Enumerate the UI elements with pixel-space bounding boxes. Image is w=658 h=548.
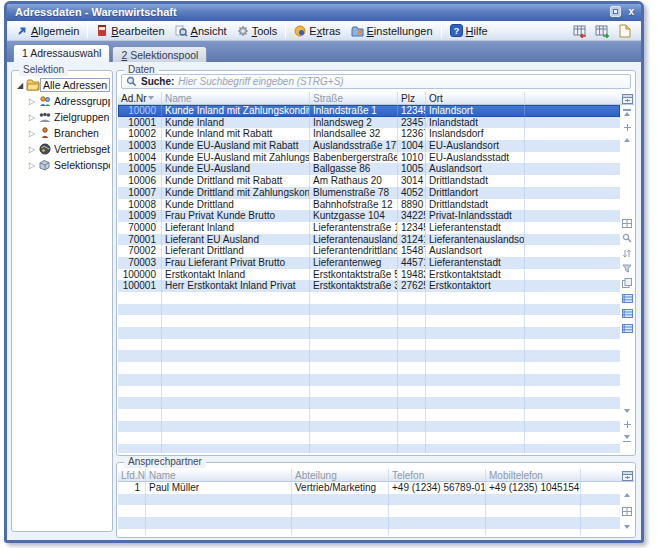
- scroll-down-icon[interactable]: [621, 521, 633, 533]
- empty-row: [118, 315, 620, 327]
- expand-icon[interactable]: ▷: [27, 145, 37, 154]
- table-import-icon[interactable]: [594, 22, 611, 39]
- table-row[interactable]: 10009Frau Privat Kunde BruttoKuntzgasse …: [118, 210, 620, 222]
- scroll-down-icon[interactable]: [621, 405, 633, 417]
- tab-1-adressauswahl[interactable]: 1 Adressauswahl: [13, 44, 110, 62]
- cell: 34225: [398, 210, 426, 222]
- table-row[interactable]: 10003Kunde EU-Ausland mit RabattAuslands…: [118, 140, 620, 152]
- menu-item-bearbeiten[interactable]: Bearbeiten: [91, 22, 169, 39]
- close-icon[interactable]: x: [626, 6, 636, 17]
- tree-item-alle-adressen[interactable]: ◢Alle Adressen: [15, 77, 110, 93]
- table-row[interactable]: 10000Kunde Inland mit Zahlungskondition …: [118, 105, 620, 117]
- expand-icon[interactable]: ▷: [27, 97, 37, 106]
- table-row[interactable]: 10001Kunde InlandInlandsweg 223457Inland…: [118, 117, 620, 129]
- cell: [426, 409, 525, 421]
- menu-item-allgemein[interactable]: Allgemein: [11, 23, 84, 39]
- tab-2-selektionspool[interactable]: 2 Selektionspool: [112, 46, 207, 62]
- table-row[interactable]: 1Paul MüllerVertrieb/Marketing+49 (1234)…: [118, 482, 620, 494]
- cell: [118, 409, 162, 421]
- insert-icon[interactable]: [621, 121, 633, 133]
- column-header-mobiltelefon[interactable]: Mobiltelefon: [486, 469, 581, 481]
- table-row[interactable]: 100000Erstkontakt InlandErstkontaktstraß…: [118, 269, 620, 281]
- cards-icon[interactable]: [621, 217, 633, 229]
- list-view-icon[interactable]: [621, 322, 633, 334]
- expand-icon[interactable]: ▷: [27, 129, 37, 138]
- tree-item-adressgruppen[interactable]: ▷Adressgruppen: [27, 93, 110, 109]
- search-input[interactable]: [178, 76, 626, 87]
- table-row[interactable]: 10002Kunde Inland mit RabattInlandsallee…: [118, 128, 620, 140]
- column-header-lfdnr[interactable]: Lfd.Nr.: [118, 469, 146, 481]
- cell: Auslandsstraße 17: [310, 140, 398, 152]
- expand-icon[interactable]: ▷: [27, 113, 37, 122]
- cell: [525, 128, 620, 140]
- column-header-ort[interactable]: Ort: [426, 92, 525, 104]
- table-row[interactable]: 70000Lieferant InlandLieferantenstraße 1…: [118, 222, 620, 234]
- column-header-telefon[interactable]: Telefon: [389, 469, 486, 481]
- column-header-name[interactable]: Name: [146, 469, 292, 481]
- table-row[interactable]: 100001Herr Erstkontakt Inland PrivatErst…: [118, 280, 620, 292]
- menu-item-ansicht[interactable]: Ansicht: [170, 23, 232, 39]
- cell: [426, 397, 525, 409]
- cell: [118, 304, 162, 316]
- cell: [486, 529, 581, 535]
- insert-icon[interactable]: [621, 418, 633, 430]
- search-bar[interactable]: Suche:: [121, 74, 631, 89]
- column-chooser-icon[interactable]: [621, 470, 633, 482]
- column-header-adnr[interactable]: Ad.Nr: [118, 92, 162, 104]
- cell: [292, 505, 389, 517]
- table-row[interactable]: 70003Frau Lieferant Privat BruttoLiefera…: [118, 257, 620, 269]
- menu-item-tools[interactable]: Tools: [232, 23, 283, 39]
- tree-item-branchen[interactable]: ▷Branchen: [27, 125, 110, 141]
- svg-text:?: ?: [453, 26, 459, 36]
- cell: [426, 374, 525, 386]
- table-row[interactable]: 10004Kunde EU-Ausland mit Zahlungskondti…: [118, 152, 620, 164]
- scroll-up-icon[interactable]: [621, 134, 633, 146]
- menu-item-hilfe[interactable]: ?Hilfe: [445, 22, 493, 39]
- empty-row: [118, 421, 620, 433]
- scroll-end-icon[interactable]: [621, 431, 633, 443]
- sort-icon[interactable]: [621, 247, 633, 259]
- column-header-plz[interactable]: Plz: [398, 92, 426, 104]
- scroll-up-icon[interactable]: [621, 489, 633, 501]
- title-bar[interactable]: Adressdaten - Warenwirtschaft x: [7, 4, 641, 21]
- copy-icon[interactable]: [621, 277, 633, 289]
- table-row[interactable]: 70002Lieferant DrittlandLieferantendritt…: [118, 245, 620, 257]
- cell: 70000: [118, 222, 162, 234]
- column-header-name[interactable]: Name: [162, 92, 310, 104]
- tree-item-zielgruppen[interactable]: ▷Zielgruppen: [27, 109, 110, 125]
- table-row[interactable]: 10006Kunde Drittland mit RabattAm Rathau…: [118, 175, 620, 187]
- list-view-icon[interactable]: [621, 307, 633, 319]
- table-row[interactable]: 10005Kunde EU-AuslandBallgasse 861005Aus…: [118, 163, 620, 175]
- filter-icon[interactable]: [621, 262, 633, 274]
- cell: Vertrieb/Marketing: [292, 482, 389, 494]
- column-chooser-icon[interactable]: [621, 93, 633, 105]
- cell: [486, 494, 581, 506]
- cell: [525, 327, 620, 339]
- tree-item-vertriebsgebiete[interactable]: ▷Vertriebsgebiete: [27, 141, 110, 157]
- restore-icon[interactable]: [610, 6, 621, 17]
- cell: [426, 432, 525, 444]
- menu-item-einstellungen[interactable]: Einstellungen: [346, 23, 438, 39]
- new-document-icon[interactable]: [616, 22, 633, 39]
- collapse-icon[interactable]: ◢: [15, 81, 25, 90]
- cell: [146, 505, 292, 517]
- menu-item-extras[interactable]: Extras: [289, 23, 345, 39]
- cell: [426, 386, 525, 398]
- table-row[interactable]: 10007Kunde Drittland mit Zahlungskonditi…: [118, 187, 620, 199]
- cards-icon[interactable]: [621, 505, 633, 517]
- contact-grid-header: Lfd.Nr.NameAbteilungTelefonMobiltelefon: [118, 469, 634, 482]
- column-header-abteilung[interactable]: Abteilung: [292, 469, 389, 481]
- expand-icon[interactable]: ▷: [27, 161, 37, 170]
- scroll-top-icon[interactable]: [621, 108, 633, 120]
- table-row[interactable]: 70001Lieferant EU AuslandLieferantenausl…: [118, 234, 620, 246]
- cell: Inlandstraße 1: [310, 105, 398, 117]
- cell: [426, 292, 525, 304]
- tree-item-selektionspools[interactable]: ▷Selektionspools: [27, 157, 110, 173]
- column-header-strae[interactable]: Straße: [310, 92, 398, 104]
- table-export-icon[interactable]: [572, 22, 589, 39]
- list-view-icon[interactable]: [621, 292, 633, 304]
- table-row[interactable]: 10008Kunde DrittlandBahnhofstraße 128890…: [118, 199, 620, 211]
- cell: [118, 292, 162, 304]
- cell: Inlandsweg 2: [310, 117, 398, 129]
- zoom-icon[interactable]: [621, 232, 633, 244]
